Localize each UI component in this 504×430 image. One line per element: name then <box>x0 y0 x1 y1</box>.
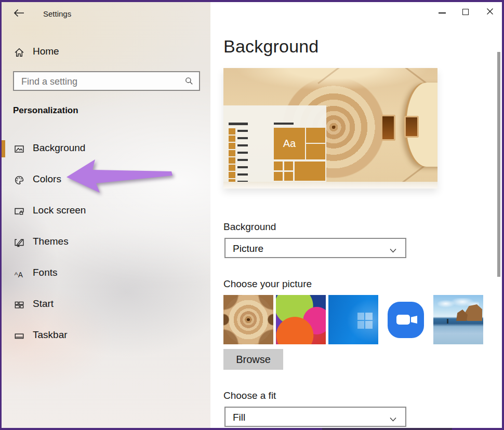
section-header-personalization: Personalization <box>13 105 78 116</box>
image-icon <box>14 143 25 155</box>
mock-start-tile <box>284 162 293 170</box>
mock-start-tile <box>306 128 325 143</box>
thumbnail-sepia-ceiling[interactable] <box>223 295 273 344</box>
svg-text:A: A <box>15 271 18 276</box>
background-preview: Aa <box>223 68 437 189</box>
window-title: Settings <box>43 9 71 18</box>
mock-titlebar <box>274 123 294 125</box>
choose-fit-label: Choose a fit <box>223 390 276 401</box>
sidebar-item-taskbar[interactable]: Taskbar <box>2 325 210 347</box>
mock-sidebar-labels <box>237 130 248 182</box>
mock-start-tile <box>284 172 293 181</box>
mock-start-tile <box>295 162 325 181</box>
svg-text:A: A <box>18 271 23 279</box>
settings-content-pane: Background Aa <box>210 2 502 428</box>
windows-logo-icon <box>357 313 373 329</box>
browse-button[interactable]: Browse <box>223 349 283 370</box>
lock-screen-icon <box>14 206 25 217</box>
back-arrow-icon <box>12 11 25 20</box>
ceiling-window <box>404 116 419 138</box>
sidebar-item-label: Fonts <box>33 267 58 278</box>
close-icon <box>485 10 495 18</box>
theme-preview-panel: Aa <box>223 105 326 182</box>
sidebar-nav: Background Colors Lock screen Themes <box>2 138 210 356</box>
sidebar-item-label: Home <box>33 46 59 57</box>
minimize-icon <box>439 12 446 14</box>
wallpaper-preview-image: Aa <box>223 68 437 182</box>
mock-start-tile: Aa <box>274 128 305 159</box>
thumbnail-google-duo[interactable] <box>381 295 431 344</box>
search-input[interactable] <box>20 74 178 89</box>
dropdown-value: Fill <box>233 412 245 423</box>
ceiling-window <box>381 115 396 141</box>
dropdown-value: Picture <box>233 243 263 254</box>
sidebar-item-home[interactable]: Home <box>2 43 210 62</box>
chevron-down-icon <box>389 246 397 256</box>
sidebar-item-colors[interactable]: Colors <box>2 169 210 192</box>
sidebar-item-start[interactable]: Start <box>2 293 210 316</box>
thumbnail-windows-blue[interactable] <box>328 295 378 344</box>
runner-silhouette <box>447 319 448 324</box>
start-tiles-icon <box>14 299 25 311</box>
scrollbar-thumb[interactable] <box>497 52 500 277</box>
preview-floor-strip <box>223 182 437 189</box>
fonts-icon: AA <box>14 268 25 279</box>
ceiling-detail <box>317 68 368 84</box>
taskbar-icon <box>14 330 25 342</box>
sidebar-item-label: Start <box>33 298 54 310</box>
choose-picture-label: Choose your picture <box>223 278 312 290</box>
mock-start-tile <box>306 144 325 159</box>
screenshot-frame: Settings Home Personalization Background <box>0 0 504 430</box>
back-button[interactable] <box>12 7 26 20</box>
sidebar-item-themes[interactable]: Themes <box>2 231 210 254</box>
sidebar-item-label: Taskbar <box>33 329 68 341</box>
mock-start-tile <box>274 172 283 181</box>
fit-dropdown[interactable]: Fill <box>224 407 406 427</box>
chevron-down-icon <box>389 415 397 424</box>
sidebar-item-lock-screen[interactable]: Lock screen <box>2 200 210 223</box>
home-icon <box>14 47 25 58</box>
settings-sidebar: Settings Home Personalization Background <box>2 2 210 428</box>
selected-accent-bar <box>2 140 5 157</box>
palette-icon <box>14 174 25 186</box>
mock-sidebar-tiles <box>229 128 235 182</box>
maximize-icon <box>462 9 469 15</box>
search-icon[interactable] <box>184 76 194 88</box>
thumbnail-umbrellas[interactable] <box>276 295 326 344</box>
sidebar-item-fonts[interactable]: AA Fonts <box>2 262 210 285</box>
background-dropdown-label: Background <box>223 221 276 233</box>
mock-titlebar <box>229 123 248 125</box>
sidebar-item-label: Background <box>33 142 85 154</box>
minimize-button[interactable] <box>430 2 454 22</box>
aa-sample-text: Aa <box>274 128 305 159</box>
sidebar-item-label: Themes <box>33 236 69 247</box>
sidebar-item-label: Lock screen <box>33 205 86 216</box>
search-box <box>13 71 200 91</box>
mock-start-tile <box>274 162 283 170</box>
themes-icon <box>14 237 25 248</box>
page-title: Background <box>223 36 319 57</box>
background-type-dropdown[interactable]: Picture <box>224 238 406 258</box>
video-camera-icon <box>396 315 410 325</box>
maximize-button[interactable] <box>454 2 478 22</box>
sidebar-item-background[interactable]: Background <box>2 138 210 160</box>
sidebar-item-label: Colors <box>33 173 61 185</box>
thumbnail-beach[interactable] <box>433 295 483 344</box>
